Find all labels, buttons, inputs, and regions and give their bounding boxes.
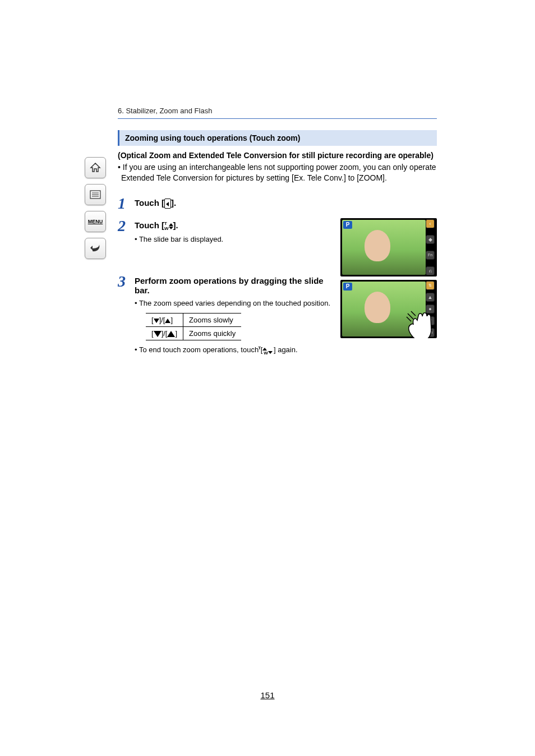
up-arrow-icon [165,319,170,323]
desc-cell: Zooms quickly [183,327,242,340]
arrow-cell: []/[] [146,327,183,340]
touch-tab-icon [164,199,171,209]
step-number: 2 [118,218,135,234]
touch-zoom-active-icon[interactable]: ⇅ [426,281,435,290]
flash-icon[interactable]: ⎌ [426,266,435,275]
divider [118,118,437,119]
fast-down-arrow-icon [154,331,162,337]
fn-icon[interactable]: Fn [426,251,435,260]
intro-bold: (Optical Zoom and Extended Tele Conversi… [118,150,437,161]
focus-icon[interactable]: ◆ [426,235,435,244]
table-row: []/[] Zooms slowly [146,314,241,327]
step-number: 3 [118,274,135,289]
touch-tab-active-icon[interactable]: ‹ [426,219,435,228]
step-number: 1 [118,196,135,211]
preview-side-icons: ‹ ◆ Fn ⎌ [426,219,436,275]
down-arrow-icon [154,319,159,323]
step-3: 3 Perform zoom operations by dragging th… [118,274,333,356]
intro-bullet: • If you are using an interchangeable le… [118,162,437,183]
preview-column: P ‹ ◆ Fn ⎌ P ⇅ ▲ [340,218,437,338]
breadcrumb: 6. Stabilizer, Zoom and Flash [118,107,437,115]
section-heading: Zooming using touch operations (Touch zo… [118,130,437,146]
hand-drag-icon [396,299,437,338]
step-footer: • To end touch zoom operations, touch [T… [135,345,333,356]
page-number[interactable]: 151 [0,690,535,700]
step-sub: • The slide bar is displayed. [135,234,333,245]
mode-badge: P [343,283,352,291]
table-row: []/[] Zooms quickly [146,327,241,340]
touch-zoom-icon: TW [164,221,173,231]
step-title: Touch []. [135,198,176,208]
camera-preview-1: P ‹ ◆ Fn ⎌ [340,218,437,276]
arrow-cell: []/[] [146,314,183,327]
touch-zoom-icon: TW [264,345,273,356]
step-1: 1 Touch []. [118,196,437,211]
camera-preview-2: P ⇅ ▲ ● ▼ Fn [340,280,437,338]
step-sub: • The zoom speed varies depending on the… [135,298,333,308]
mode-badge: P [343,221,352,229]
step-2: 2 Touch [TW]. • The slide bar is display… [118,218,333,245]
desc-cell: Zooms slowly [183,314,242,327]
step-title: Touch [TW]. [135,220,178,230]
zoom-speed-table: []/[] Zooms slowly []/[] Zooms quickly [146,313,241,340]
step-title: Perform zoom operations by dragging the … [135,276,333,295]
fast-up-arrow-icon [167,331,175,337]
